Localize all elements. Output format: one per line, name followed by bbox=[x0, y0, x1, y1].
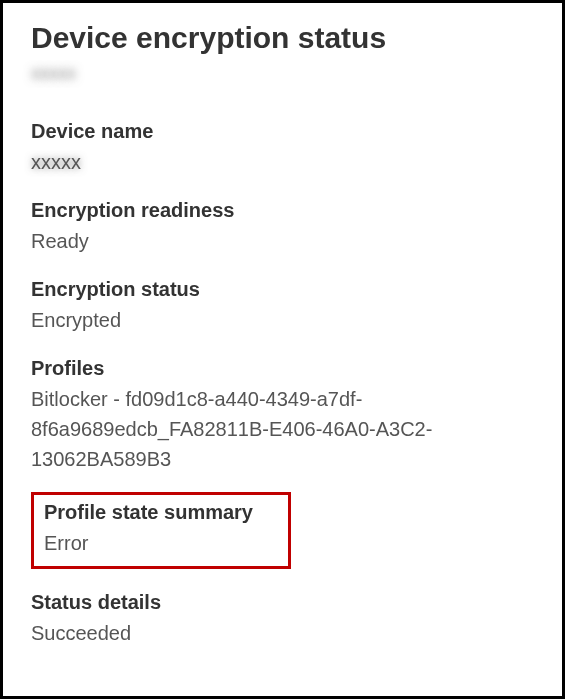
section-status-details: Status details Succeeded bbox=[31, 591, 534, 648]
profiles-value: Bitlocker - fd09d1c8-a440-4349-a7df-8f6a… bbox=[31, 384, 534, 474]
page-title: Device encryption status bbox=[31, 21, 534, 55]
section-device-name: Device name xxxxx bbox=[31, 120, 534, 177]
device-name-value: xxxxx bbox=[31, 147, 534, 177]
encryption-status-label: Encryption status bbox=[31, 278, 534, 301]
encryption-status-value: Encrypted bbox=[31, 305, 534, 335]
profiles-label: Profiles bbox=[31, 357, 534, 380]
subtitle-blurred: xxxxx bbox=[31, 63, 534, 84]
profile-state-summary-value: Error bbox=[44, 528, 278, 558]
profile-state-summary-highlight: Profile state summary Error bbox=[31, 492, 291, 569]
section-encryption-status: Encryption status Encrypted bbox=[31, 278, 534, 335]
status-details-value: Succeeded bbox=[31, 618, 534, 648]
profile-state-summary-label: Profile state summary bbox=[44, 501, 278, 524]
section-profiles: Profiles Bitlocker - fd09d1c8-a440-4349-… bbox=[31, 357, 534, 474]
status-details-label: Status details bbox=[31, 591, 534, 614]
encryption-readiness-label: Encryption readiness bbox=[31, 199, 534, 222]
section-encryption-readiness: Encryption readiness Ready bbox=[31, 199, 534, 256]
encryption-readiness-value: Ready bbox=[31, 226, 534, 256]
device-name-label: Device name bbox=[31, 120, 534, 143]
